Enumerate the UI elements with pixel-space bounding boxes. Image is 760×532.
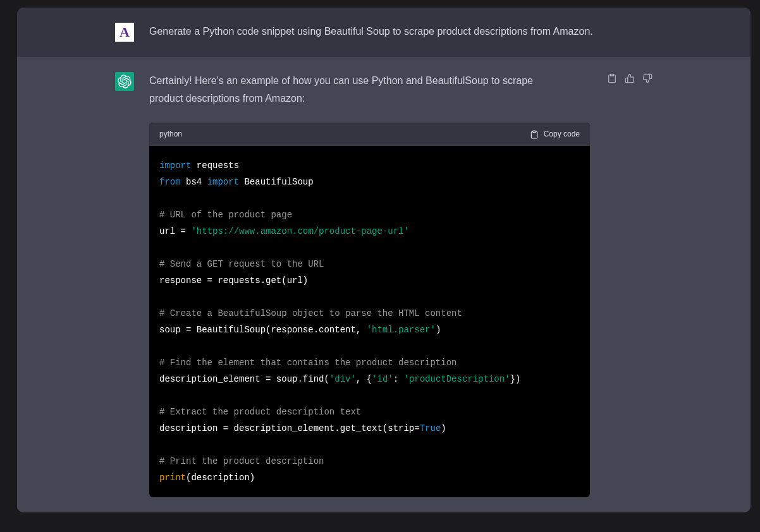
copy-code-label: Copy code [544, 128, 580, 141]
assistant-intro-text: Certainly! Here's an example of how you … [149, 72, 560, 107]
code-body[interactable]: import requests from bs4 import Beautifu… [149, 146, 590, 497]
user-avatar-letter: A [120, 24, 130, 40]
svg-rect-1 [610, 74, 613, 76]
assistant-message: Certainly! Here's an example of how you … [17, 57, 751, 512]
assistant-message-content: Certainly! Here's an example of how you … [149, 72, 653, 497]
message-actions [607, 73, 653, 83]
code-header: python Copy code [149, 123, 590, 146]
user-avatar: A [115, 23, 134, 42]
openai-logo-icon [118, 75, 132, 88]
assistant-avatar [115, 72, 134, 91]
svg-rect-0 [532, 131, 536, 132]
copy-message-icon[interactable] [607, 73, 617, 83]
code-block: python Copy code import requests from bs… [149, 123, 590, 497]
code-language-label: python [159, 128, 182, 141]
copy-code-button[interactable]: Copy code [530, 128, 580, 141]
clipboard-icon [530, 130, 539, 139]
user-message-text: Generate a Python code snippet using Bea… [149, 23, 653, 42]
user-message: A Generate a Python code snippet using B… [17, 8, 751, 57]
thumbs-down-icon[interactable] [642, 73, 653, 83]
chat-container: A Generate a Python code snippet using B… [17, 8, 751, 512]
thumbs-up-icon[interactable] [625, 73, 635, 83]
